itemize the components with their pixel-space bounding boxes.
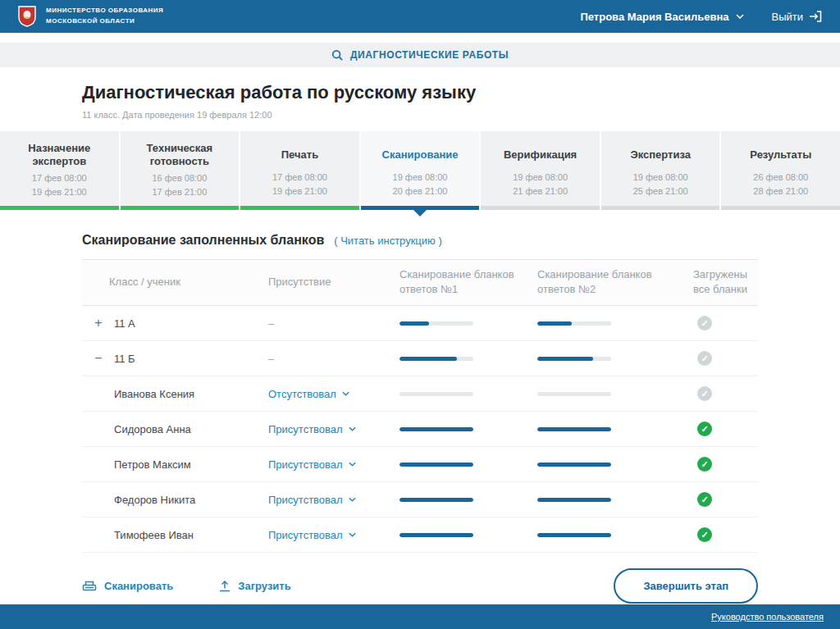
presence-dropdown[interactable]: Отсутствовал [268, 388, 349, 400]
progress-blank2 [537, 321, 611, 326]
upload-icon [219, 580, 231, 592]
progress-blank1 [399, 498, 473, 502]
uploaded-check-icon: ✓ [697, 422, 712, 436]
step-expertise[interactable]: Экспертиза 19 фев 08:0025 фев 21:00 [601, 131, 720, 210]
org-name-line2: МОСКОВСКОЙ ОБЛАСТИ [46, 16, 163, 27]
progress-blank2 [537, 498, 611, 502]
progress-blank1 [399, 321, 473, 326]
logout-icon [809, 11, 822, 22]
scan-button[interactable]: Сканировать [82, 580, 173, 592]
step-dates: 19 фев 08:0021 фев 21:00 [513, 171, 568, 198]
step-dates: 17 фев 08:0019 фев 21:00 [272, 171, 327, 198]
presence-dropdown[interactable]: Присутствовал [268, 423, 356, 435]
col-header-scan2: Сканирование бланков ответов №2 [537, 267, 660, 299]
page-title: Диагностическая работа по русскому языку [82, 82, 758, 103]
chevron-down-icon [349, 426, 356, 431]
user-menu[interactable]: Петрова Мария Васильевна [580, 11, 743, 23]
student-name: Петров Максим [114, 458, 191, 471]
read-instruction-link[interactable]: ( Читать инструкцию ) [334, 235, 442, 247]
progress-blank2 [537, 392, 611, 396]
user-guide-link[interactable]: Руководство пользователя [711, 612, 824, 622]
page-subtitle: 11 класс. Дата проведения 19 февраля 12:… [82, 110, 758, 120]
presence-label: Отсутствовал [268, 388, 336, 400]
collapse-toggle[interactable]: − [91, 351, 106, 366]
uploaded-check-icon: ✓ [697, 492, 712, 507]
progress-blank1 [399, 427, 473, 431]
org-name: МИНИСТЕРСТВО ОБРАЗОВАНИЯ МОСКОВСКОЙ ОБЛА… [46, 6, 163, 27]
progress-blank2 [537, 357, 611, 361]
table-row: Петров Максим Присутствовал ✓ [82, 447, 758, 482]
step-scanning[interactable]: Сканирование 19 фев 08:0020 фев 21:00 [361, 131, 480, 210]
uploaded-check-icon: ✓ [697, 457, 712, 472]
stage-stepper: Назначение экспертов 17 фев 08:0019 фев … [0, 131, 840, 210]
chevron-down-icon [349, 462, 356, 467]
step-dates: 19 фев 08:0025 фев 21:00 [633, 171, 688, 198]
table-row: + 11 А – ✓ [82, 306, 758, 341]
progress-blank1 [399, 392, 473, 396]
step-label: Результаты [750, 142, 811, 168]
step-dates: 16 фев 08:0017 фев 21:00 [152, 171, 207, 199]
step-verification[interactable]: Верификация 19 фев 08:0021 фев 21:00 [481, 131, 600, 210]
logout-button[interactable]: Выйти [772, 11, 823, 23]
step-expert-assignment[interactable]: Назначение экспертов 17 фев 08:0019 фев … [0, 131, 119, 210]
step-print[interactable]: Печать 17 фев 08:0019 фев 21:00 [240, 131, 359, 210]
progress-blank1 [399, 463, 473, 467]
presence-label: Присутствовал [268, 458, 343, 471]
progress-blank1 [399, 357, 473, 361]
nav-diagnostic-works[interactable]: ДИАГНОСТИЧЕСКИЕ РАБОТЫ [350, 49, 509, 61]
org-name-line1: МИНИСТЕРСТВО ОБРАЗОВАНИЯ [46, 6, 163, 16]
step-date: 25 фев 21:00 [633, 186, 688, 196]
student-name: Федоров Никита [114, 494, 195, 506]
chevron-down-icon [342, 391, 349, 396]
scan-label: Сканировать [104, 580, 173, 592]
presence-dropdown[interactable]: Присутствовал [268, 494, 356, 506]
progress-blank2 [537, 463, 611, 467]
presence-value: – [268, 317, 399, 330]
step-date: 17 фев 21:00 [152, 187, 207, 197]
expand-toggle[interactable]: + [91, 316, 106, 330]
col-header-scan1: Сканирование бланков ответов №1 [399, 267, 523, 299]
step-date: 19 фев 08:00 [633, 172, 688, 182]
finish-stage-button[interactable]: Завершить этап [614, 568, 758, 604]
user-name: Петрова Мария Васильевна [580, 11, 728, 23]
step-date: 19 фев 21:00 [32, 187, 87, 197]
actions-bar: Сканировать Загрузить Завершить этап [82, 568, 758, 604]
table-row: Сидорова Анна Присутствовал ✓ [82, 412, 758, 447]
presence-dropdown[interactable]: Присутствовал [268, 458, 356, 471]
presence-dropdown[interactable]: Присутствовал [268, 529, 356, 541]
step-dates: 17 фев 08:0019 фев 21:00 [32, 171, 87, 199]
logout-label: Выйти [772, 11, 804, 23]
step-results[interactable]: Результаты 26 фев 08:0028 фев 21:00 [721, 131, 840, 210]
presence-label: Присутствовал [268, 529, 343, 541]
step-date: 19 фев 08:00 [393, 172, 448, 182]
chevron-down-icon [349, 497, 356, 502]
class-name: 11 Б [114, 353, 135, 365]
subnav-bar: ДИАГНОСТИЧЕСКИЕ РАБОТЫ [0, 43, 840, 67]
header-right: Петрова Мария Васильевна Выйти [580, 11, 822, 23]
presence-label: Присутствовал [268, 423, 343, 435]
chevron-down-icon [736, 14, 744, 19]
col-header-presence: Присутствие [268, 275, 399, 290]
step-date: 19 фев 21:00 [272, 186, 327, 196]
step-technical-readiness[interactable]: Техническая готовность 16 фев 08:0017 фе… [121, 131, 240, 210]
upload-label: Загрузить [238, 580, 290, 592]
scanner-icon [82, 580, 97, 592]
student-name: Тимофеев Иван [114, 529, 194, 541]
step-label: Печать [281, 142, 318, 168]
uploaded-check-icon: ✓ [697, 527, 712, 542]
student-name: Иванова Ксения [114, 388, 194, 400]
step-date: 16 фев 08:00 [152, 173, 207, 183]
progress-blank2 [537, 533, 611, 537]
section-head: Сканирование заполненных бланков ( Читат… [82, 233, 758, 248]
scanning-table: Класс / ученик Присутствие Сканирование … [82, 259, 758, 554]
footer-bar: Руководство пользователя [0, 604, 840, 629]
search-icon[interactable] [331, 49, 343, 61]
chevron-down-icon [349, 532, 356, 537]
step-label: Верификация [504, 142, 577, 168]
table-row: Иванова Ксения Отсутствовал ✓ [82, 376, 758, 412]
coat-of-arms-logo [18, 6, 36, 27]
upload-button[interactable]: Загрузить [219, 580, 290, 592]
table-row: − 11 Б – ✓ [82, 341, 758, 376]
table-header-row: Класс / ученик Присутствие Сканирование … [82, 260, 758, 307]
uploaded-check-icon: ✓ [697, 316, 712, 330]
